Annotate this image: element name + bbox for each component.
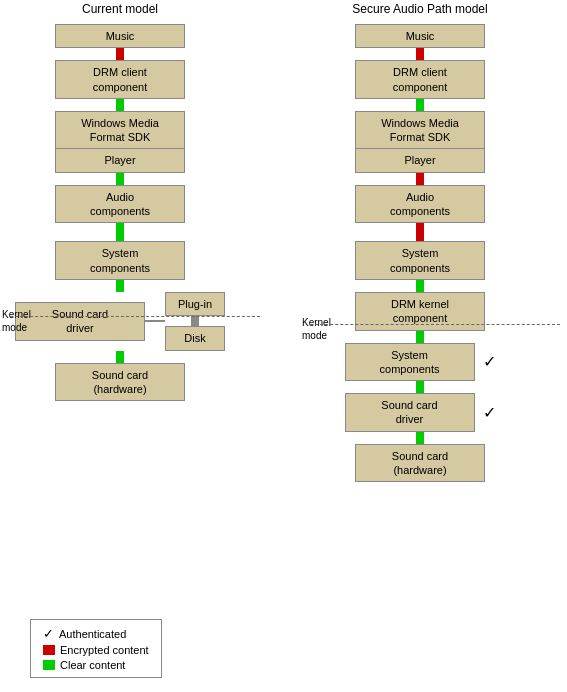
left-green-connector-2 <box>116 173 124 185</box>
left-green-connector-3 <box>116 223 124 241</box>
legend: ✓ Authenticated Encrypted content Clear … <box>30 619 162 678</box>
left-sys-box: Systemcomponents <box>55 241 185 280</box>
left-plugin-connector <box>191 316 199 326</box>
left-audio-box: Audiocomponents <box>55 185 185 224</box>
right-wmf-box: Windows MediaFormat SDK <box>355 111 485 150</box>
right-drm-box: DRM clientcomponent <box>355 60 485 99</box>
legend-encrypted-label: Encrypted content <box>60 644 149 656</box>
legend-encrypted: Encrypted content <box>43 644 149 656</box>
left-music-box: Music <box>55 24 185 48</box>
left-green-connector-1 <box>116 99 124 111</box>
left-green-connector-5 <box>116 351 124 363</box>
right-red-connector-2 <box>416 173 424 185</box>
right-red-connector-1 <box>416 48 424 60</box>
right-green-connector-4 <box>416 381 424 393</box>
right-column: Secure Audio Path model Music DRM client… <box>310 0 530 482</box>
right-checkmark-1: ✓ <box>483 352 496 371</box>
right-kernel-label: Kernelmode <box>302 316 331 342</box>
right-sch-box: Sound card(hardware) <box>355 444 485 483</box>
left-scd-box: Sound carddriver <box>15 302 145 341</box>
left-sch-box: Sound card(hardware) <box>55 363 185 402</box>
left-kernel-divider <box>10 316 260 317</box>
left-h-connector <box>145 320 165 322</box>
legend-clear-label: Clear content <box>60 659 125 671</box>
right-checkmark-2: ✓ <box>483 403 496 422</box>
right-sys1-box: Systemcomponents <box>355 241 485 280</box>
right-green-connector-2 <box>416 280 424 292</box>
right-green-connector-5 <box>416 432 424 444</box>
right-scd-box: Sound carddriver <box>345 393 475 432</box>
right-sys2-box: Systemcomponents <box>345 343 475 382</box>
encrypted-swatch <box>43 645 55 655</box>
left-green-connector-4 <box>116 280 124 292</box>
left-drm-box: DRM clientcomponent <box>55 60 185 99</box>
legend-authenticated: ✓ Authenticated <box>43 626 149 641</box>
clear-swatch <box>43 660 55 670</box>
left-kernel-label: Kernelmode <box>2 308 31 334</box>
left-wmf-box: Windows MediaFormat SDK <box>55 111 185 150</box>
left-column: Current model Music DRM clientcomponent … <box>10 0 230 401</box>
right-music-box: Music <box>355 24 485 48</box>
right-green-connector-1 <box>416 99 424 111</box>
right-audio-box: Audiocomponents <box>355 185 485 224</box>
right-green-connector-3 <box>416 331 424 343</box>
left-red-connector-1 <box>116 48 124 60</box>
right-player-box: Player <box>355 149 485 172</box>
right-kernel-divider <box>310 324 560 325</box>
left-plugin-box: Plug-in <box>165 292 225 316</box>
right-red-connector-3 <box>416 223 424 241</box>
left-player-box: Player <box>55 149 185 172</box>
diagram-container: Current model Music DRM clientcomponent … <box>0 0 567 692</box>
right-header: Secure Audio Path model <box>310 2 530 16</box>
left-disk-box: Disk <box>165 326 225 350</box>
legend-clear: Clear content <box>43 659 149 671</box>
checkmark-icon: ✓ <box>43 626 54 641</box>
left-header: Current model <box>10 2 230 16</box>
legend-authenticated-label: Authenticated <box>59 628 126 640</box>
